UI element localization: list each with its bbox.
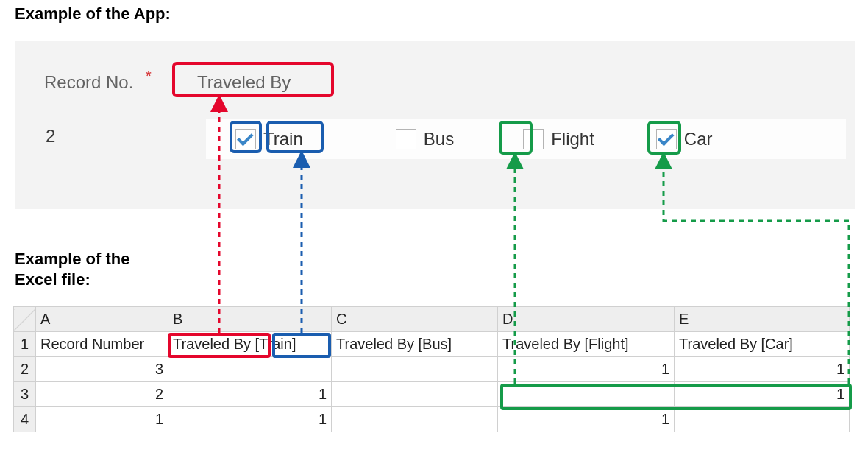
app-panel: Record No. * 2 Traveled By Train Bus Fli… <box>15 41 855 209</box>
col-header-d[interactable]: D <box>498 307 675 332</box>
cell-a3[interactable]: 2 <box>36 382 168 407</box>
cell-d2[interactable]: 1 <box>498 357 675 382</box>
record-no-value: 2 <box>46 126 55 147</box>
annotation-box-blue-train-label <box>266 121 324 153</box>
annotation-box-blue-sheet-train <box>272 333 331 358</box>
cell-c1[interactable]: Traveled By [Bus] <box>332 332 498 357</box>
cell-b2[interactable] <box>168 357 332 382</box>
required-asterisk: * <box>146 68 152 85</box>
checkbox-bus-label: Bus <box>424 129 454 149</box>
sheet-corner <box>14 307 36 332</box>
cell-c2[interactable] <box>332 357 498 382</box>
cell-c3[interactable] <box>332 382 498 407</box>
spreadsheet: A B C D E 1 Record Number Traveled By [T… <box>13 306 850 432</box>
annotation-box-green-sheet-d3e3 <box>500 384 852 410</box>
cell-c4[interactable] <box>332 407 498 432</box>
col-header-c[interactable]: C <box>332 307 498 332</box>
cell-a4[interactable]: 1 <box>36 407 168 432</box>
record-no-label: Record No. <box>44 72 133 93</box>
cell-b4[interactable]: 1 <box>168 407 332 432</box>
row-header-2[interactable]: 2 <box>14 357 36 382</box>
cell-a2[interactable]: 3 <box>36 357 168 382</box>
heading-app: Example of the App: <box>15 4 171 24</box>
row-header-3[interactable]: 3 <box>14 382 36 407</box>
checkbox-bus[interactable] <box>396 129 416 149</box>
cell-e4[interactable] <box>675 407 850 432</box>
checkbox-car-label: Car <box>684 129 713 149</box>
annotation-box-red-sheet-traveledby <box>168 333 271 358</box>
annotation-box-red-traveled-by <box>172 62 334 97</box>
cell-b3[interactable]: 1 <box>168 382 332 407</box>
annotation-box-green-flight-checkbox <box>499 121 533 155</box>
row-header-1[interactable]: 1 <box>14 332 36 357</box>
cell-e2[interactable]: 1 <box>675 357 850 382</box>
cell-d4[interactable]: 1 <box>498 407 675 432</box>
col-header-a[interactable]: A <box>36 307 168 332</box>
cell-d1[interactable]: Traveled By [Flight] <box>498 332 675 357</box>
annotation-box-green-car-checkbox <box>647 121 681 155</box>
cell-a1[interactable]: Record Number <box>36 332 168 357</box>
cell-e1[interactable]: Traveled By [Car] <box>675 332 850 357</box>
col-header-e[interactable]: E <box>675 307 850 332</box>
annotation-box-blue-train-checkbox <box>230 121 262 153</box>
row-header-4[interactable]: 4 <box>14 407 36 432</box>
heading-excel: Example of the Excel file: <box>15 249 129 289</box>
checkbox-flight-label: Flight <box>551 129 594 149</box>
col-header-b[interactable]: B <box>168 307 332 332</box>
